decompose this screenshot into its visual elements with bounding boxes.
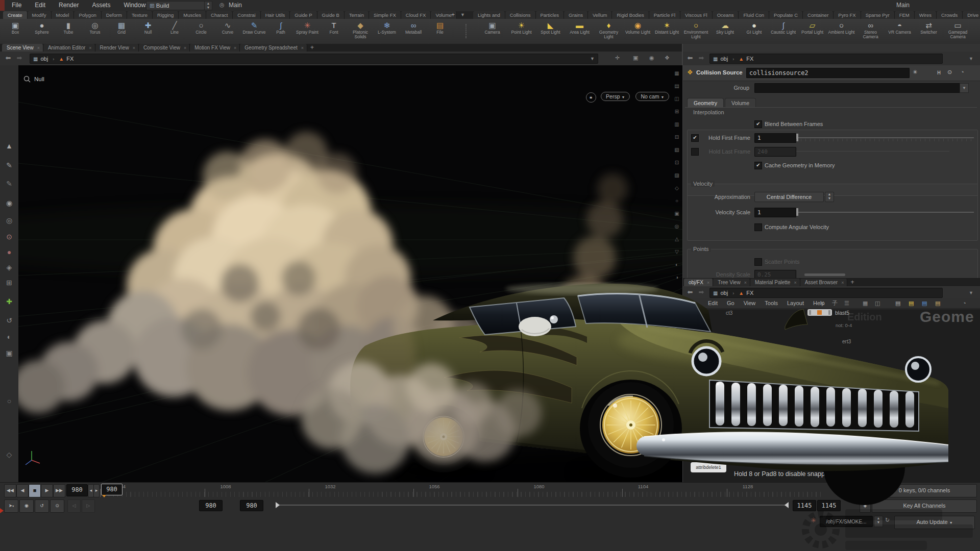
folder-tab[interactable]: Volume <box>725 98 756 108</box>
node-name-field[interactable]: collisionsource2 <box>746 68 910 78</box>
pane-tab[interactable]: Asset Browser× <box>800 279 848 286</box>
display-toggle-icon[interactable]: ▥ <box>672 121 682 127</box>
menu-item[interactable]: Edit <box>28 0 52 9</box>
close-icon[interactable]: × <box>234 45 236 51</box>
pane-tab[interactable]: Geometry Spreadsheet× <box>240 44 307 52</box>
help-icon[interactable]: ◔ <box>961 69 964 75</box>
viewport-tool-icon[interactable]: ↺ <box>0 316 18 324</box>
breadcrumb[interactable]: ▦obj › ▲FX ▼ <box>30 54 598 64</box>
menu-item[interactable]: View <box>739 298 761 308</box>
range-slider[interactable] <box>278 505 789 506</box>
shelf-tab[interactable]: Drive Sim <box>963 11 980 19</box>
shelf-tool[interactable]: ❄ L-System <box>374 20 400 44</box>
add-pane-tab-button[interactable]: + <box>307 44 317 52</box>
viewport-tool-icon[interactable]: ✎ <box>0 161 18 169</box>
playback-start-field[interactable]: 980 <box>240 500 263 511</box>
shelf-tab[interactable]: Vellum <box>588 11 612 19</box>
grid-icon[interactable]: ▦ <box>863 298 868 308</box>
hold-first-frame-field[interactable]: 1 <box>754 133 796 143</box>
select-keys-button[interactable]: ➤▾ <box>4 499 18 513</box>
link-icon[interactable]: ❖ <box>665 55 670 61</box>
play-button[interactable]: ▶ <box>41 484 53 497</box>
target-icon[interactable]: ◉ <box>649 55 654 61</box>
group-menu-button[interactable]: ▼ <box>960 83 969 93</box>
group-field[interactable] <box>754 83 964 93</box>
hold-first-frame-slider[interactable] <box>796 133 974 142</box>
approximation-spinner[interactable]: ▲▼ <box>825 192 834 202</box>
viewport-tool-icon[interactable]: ▲ <box>0 142 18 150</box>
shelf-tool[interactable]: ▦ Grid <box>108 20 135 44</box>
shelf-tool[interactable]: ∞ Metaball <box>400 20 427 44</box>
desktop-spinner[interactable]: ▲▼ <box>204 1 212 10</box>
close-icon[interactable]: × <box>89 45 91 51</box>
blend-between-frames-checkbox[interactable]: ✔ <box>754 120 762 128</box>
viewport-tool-icon[interactable]: ▣ <box>0 349 18 357</box>
pane-tab[interactable]: Material Palette× <box>750 279 800 286</box>
keys-channels-button[interactable]: 0 keys, 0/0 channels <box>872 484 977 497</box>
close-icon[interactable]: × <box>841 280 844 285</box>
jump-start-button[interactable]: ◀◀ <box>4 484 16 497</box>
shelf-tool[interactable]: ○ Circle <box>188 20 214 44</box>
close-icon[interactable]: × <box>301 45 304 51</box>
shelf-tab[interactable]: Model <box>52 11 75 19</box>
shelf-tool[interactable]: ☀ Point Light <box>507 20 536 44</box>
shelf-tool[interactable]: ▭ Gamepad Camera <box>943 20 972 44</box>
shelf-tab[interactable]: Modify <box>28 11 52 19</box>
node-attribdelete1[interactable]: attribdelete1 <box>691 462 726 472</box>
menubar-right-label[interactable]: Main <box>896 2 910 9</box>
menu-item[interactable]: Assets <box>85 0 117 9</box>
shelf-tab[interactable]: Populate C <box>769 11 803 19</box>
shelf-tool[interactable]: ⇄ Switcher <box>914 20 943 44</box>
current-frame-field[interactable]: 980 <box>66 484 88 496</box>
add-pane-tab-button[interactable]: + <box>847 279 857 286</box>
display-toggle-icon[interactable]: ▣ <box>672 211 682 216</box>
global-start-field[interactable]: 980 <box>199 500 223 511</box>
shelf-tool[interactable]: ▮ Tube <box>55 20 82 44</box>
velocity-scale-slider[interactable] <box>796 208 974 216</box>
params-scrollbar[interactable] <box>804 273 845 276</box>
menu-item[interactable]: Edit <box>703 298 722 308</box>
shelf-tool[interactable]: ◉ Volume Light <box>623 20 652 44</box>
display-toggle-icon[interactable]: ◇ <box>672 185 682 191</box>
blue-doc-icon[interactable]: ▤ <box>922 298 927 308</box>
undo-button[interactable]: ↺ <box>35 499 49 513</box>
shelf-tab[interactable]: Hair Utils <box>261 11 290 19</box>
shelf-tool[interactable]: ∿ Curve <box>214 20 241 44</box>
viewport-tool-icon[interactable]: ◎ <box>0 216 18 224</box>
shelf-tab[interactable]: Constrai <box>233 11 260 19</box>
realtime-toggle-button[interactable]: ⊙ <box>50 499 64 513</box>
close-icon[interactable]: × <box>744 280 747 285</box>
display-toggle-icon[interactable]: ▽ <box>672 249 682 255</box>
shelf-tool[interactable]: ▣ Camera <box>478 20 507 44</box>
shelf-tool[interactable]: ◓ VR Camera <box>885 20 914 44</box>
hold-last-frame-checkbox[interactable] <box>691 148 699 156</box>
shelf-tool[interactable]: ∞ Stereo Camera <box>856 20 885 44</box>
shelf-tab[interactable]: Create <box>3 11 28 19</box>
shelf-tab[interactable]: Viscous Fl <box>680 11 713 19</box>
timeline-ruler[interactable]: 984100810321056108011041128 980 <box>100 484 822 498</box>
menu-item[interactable]: File <box>5 0 28 9</box>
close-icon[interactable]: × <box>794 280 796 285</box>
desktop-selector[interactable]: ⊞ Build <box>146 1 207 10</box>
shelf-tool[interactable]: ✶ Distant Light <box>652 20 681 44</box>
folder-tab[interactable]: Geometry <box>687 98 724 108</box>
scene-viewport[interactable] <box>18 65 682 482</box>
shelf-tab[interactable]: Lights and <box>473 11 505 19</box>
pin-icon[interactable]: ✛ <box>615 55 620 61</box>
display-toggle-icon[interactable]: ⊞ <box>672 109 682 114</box>
range-left-handle[interactable] <box>276 502 280 508</box>
shelf-tool[interactable]: ● Sphere <box>29 20 55 44</box>
display-toggle-icon[interactable]: ▤ <box>672 83 682 89</box>
pane-tab[interactable]: obj/FX× <box>684 279 713 286</box>
close-icon[interactable]: × <box>707 280 709 285</box>
viewport-tool-icon[interactable]: ◇ <box>0 450 18 459</box>
shelf-tool[interactable]: ▤ File <box>427 20 453 44</box>
pane-tab[interactable]: Motion FX View× <box>190 44 240 52</box>
back-arrow-icon[interactable]: ⬅ <box>685 52 695 65</box>
viewport-tool-icon[interactable]: ⊞ <box>0 279 18 287</box>
display-toggle-icon[interactable]: ◎ <box>672 223 682 229</box>
shelf-tool[interactable]: ╱ Line <box>161 20 188 44</box>
menu-item[interactable]: Help <box>808 298 829 308</box>
shelf-tab[interactable]: Pyro FX <box>834 11 861 19</box>
shelf-tab[interactable]: Guide B <box>317 11 345 19</box>
